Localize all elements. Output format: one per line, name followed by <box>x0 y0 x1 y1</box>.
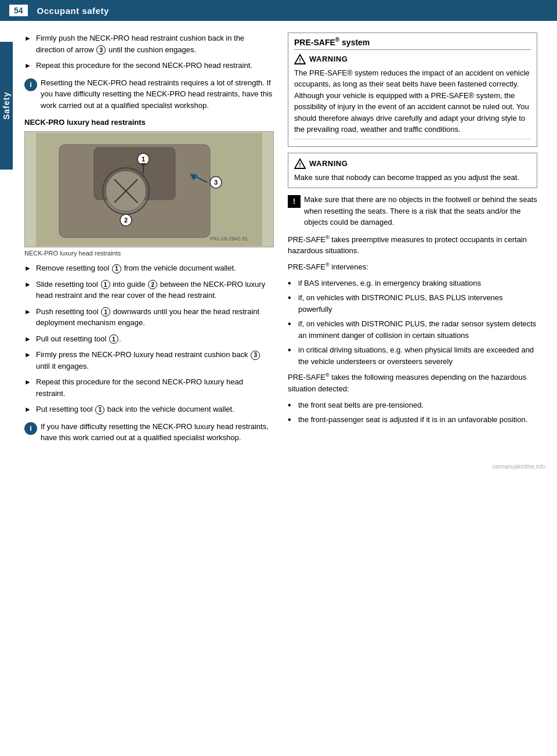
step-text-6: Repeat this procedure for the second NEC… <box>36 376 274 399</box>
page-number: 54 <box>9 5 28 16</box>
measure-dot-2: • <box>288 414 296 426</box>
step-text-4: Pull out resetting tool 1. <box>36 333 274 345</box>
measures-list: • the front seat belts are pre-tensioned… <box>288 399 537 426</box>
bullet-arrow-1: ► <box>24 33 34 55</box>
dot-4: • <box>288 344 296 367</box>
svg-text:2: 2 <box>124 217 128 224</box>
hazard-box: ! Make sure that there are no objects in… <box>288 194 537 228</box>
step-text-2: Slide resetting tool 1 into guide 2 betw… <box>36 279 274 301</box>
measure-text-2: the front-passenger seat is adjusted if … <box>298 414 527 426</box>
step-4: ► Pull out resetting tool 1. <box>24 333 274 345</box>
step-arrow-7: ► <box>24 404 34 415</box>
step-7: ► Put resetting tool 1 back into the veh… <box>24 404 274 415</box>
chapter-title: Occupant safety <box>37 6 109 16</box>
hazard-text: Make sure that there are no objects in t… <box>304 194 537 228</box>
section-heading-neck-pro: NECK-PRO luxury head restraints <box>24 118 274 127</box>
steps-list: ► Remove resetting tool 1 from the vehic… <box>24 262 274 415</box>
warning-header-1: ! WARNING <box>294 53 531 65</box>
warning-triangle-icon-1: ! <box>294 53 306 65</box>
neck-pro-image: 1 2 3 P91-16-2942-31 <box>24 131 274 247</box>
body-text-3: PRE-SAFE® takes the following measures d… <box>288 372 537 394</box>
step-2: ► Slide resetting tool 1 into guide 2 be… <box>24 279 274 301</box>
step-5: ► Firmly press the NECK-PRO luxury head … <box>24 349 274 372</box>
intervenes-text-4: in critical driving situations, e.g. whe… <box>298 344 537 367</box>
bullet-arrow-2: ► <box>24 60 34 71</box>
svg-text:!: ! <box>299 57 301 64</box>
step-arrow-4: ► <box>24 334 34 345</box>
intervenes-item-2: • if, on vehicles with DISTRONIC PLUS, B… <box>288 292 537 315</box>
svg-text:1: 1 <box>142 156 145 163</box>
svg-text:P91-16-2942-31: P91-16-2942-31 <box>210 236 248 242</box>
step-1: ► Remove resetting tool 1 from the vehic… <box>24 262 274 274</box>
warning-header-2: ! WARNING <box>294 158 531 170</box>
step-text-5: Firmly press the NECK-PRO luxury head re… <box>36 349 274 372</box>
hazard-icon: ! <box>288 195 301 208</box>
body-text-1: PRE-SAFE® takes preemptive measures to p… <box>288 234 537 257</box>
warning-box-2: ! WARNING Make sure that nobody can beco… <box>288 153 537 189</box>
dot-1: • <box>288 278 296 289</box>
intervenes-item-3: • if, on vehicles with DISTRONIC PLUS, t… <box>288 318 537 341</box>
right-column: PRE-SAFE® system ! WARNING The PRE-SAFE®… <box>288 33 537 449</box>
dot-2: • <box>288 292 296 315</box>
image-caption: NECK-PRO luxury head restraints <box>24 250 274 257</box>
step-arrow-1: ► <box>24 263 34 274</box>
bullet-item-1: ► Firmly push the NECK-PRO head restrain… <box>24 33 274 55</box>
warning-label-1: WARNING <box>309 55 348 63</box>
left-column: ► Firmly push the NECK-PRO head restrain… <box>24 33 274 449</box>
presafe-section-box: PRE-SAFE® system ! WARNING The PRE-SAFE®… <box>288 33 537 147</box>
warning-box-1: ! WARNING The PRE-SAFE® system reduces t… <box>294 53 531 139</box>
info-text-2: If you have difficulty resetting the NEC… <box>41 421 274 444</box>
intervenes-item-4: • in critical driving situations, e.g. w… <box>288 344 537 367</box>
body-text-2: PRE-SAFE® intervenes: <box>288 261 537 273</box>
measure-text-1: the front seat belts are pre-tensioned. <box>298 399 424 411</box>
step-text-7: Put resetting tool 1 back into the vehic… <box>36 404 274 415</box>
intervenes-item-1: • if BAS intervenes, e.g. in emergency b… <box>288 278 537 289</box>
presafe-title: PRE-SAFE® system <box>294 37 531 50</box>
intervenes-list: • if BAS intervenes, e.g. in emergency b… <box>288 278 537 368</box>
measure-dot-1: • <box>288 399 296 411</box>
intervenes-text-1: if BAS intervenes, e.g. in emergency bra… <box>298 278 481 289</box>
watermark: carmanualonline.info <box>0 461 557 474</box>
warning-label-2: WARNING <box>309 159 348 168</box>
step-arrow-5: ► <box>24 350 34 372</box>
intervenes-text-2: if, on vehicles with DISTRONIC PLUS, BAS… <box>298 292 537 315</box>
intervenes-text-3: if, on vehicles with DISTRONIC PLUS, the… <box>298 318 537 341</box>
bullet-item-2: ► Repeat this procedure for the second N… <box>24 60 274 71</box>
step-arrow-3: ► <box>24 307 34 329</box>
dot-3: • <box>288 318 296 341</box>
info-icon-2: i <box>24 422 37 435</box>
step-6: ► Repeat this procedure for the second N… <box>24 376 274 399</box>
svg-text:3: 3 <box>214 179 218 186</box>
step-arrow-2: ► <box>24 279 34 301</box>
neck-pro-diagram: 1 2 3 P91-16-2942-31 <box>36 133 262 246</box>
step-3: ► Push resetting tool 1 downwards until … <box>24 306 274 329</box>
bullet-text-1: Firmly push the NECK-PRO head restraint … <box>36 33 274 55</box>
step-arrow-6: ► <box>24 377 34 399</box>
warning-triangle-icon-2: ! <box>294 158 306 170</box>
info-text-1: Resetting the NECK-PRO head restraints r… <box>41 77 274 111</box>
measure-item-1: • the front seat belts are pre-tensioned… <box>288 399 537 411</box>
main-content: ► Firmly push the NECK-PRO head restrain… <box>0 21 557 461</box>
info-box-2: i If you have difficulty resetting the N… <box>24 421 274 444</box>
header-bar: 54 Occupant safety <box>0 0 557 21</box>
warning-text-1: The PRE-SAFE® system reduces the impact … <box>294 67 531 135</box>
step-text-3: Push resetting tool 1 downwards until yo… <box>36 306 274 329</box>
svg-text:!: ! <box>299 162 301 168</box>
step-text-1: Remove resetting tool 1 from the vehicle… <box>36 262 274 274</box>
measure-item-2: • the front-passenger seat is adjusted i… <box>288 414 537 426</box>
warning-text-2: Make sure that nobody can become trapped… <box>294 172 531 183</box>
info-icon-1: i <box>24 78 37 91</box>
info-box-1: i Resetting the NECK-PRO head restraints… <box>24 77 274 111</box>
bullet-text-2: Repeat this procedure for the second NEC… <box>36 60 274 71</box>
